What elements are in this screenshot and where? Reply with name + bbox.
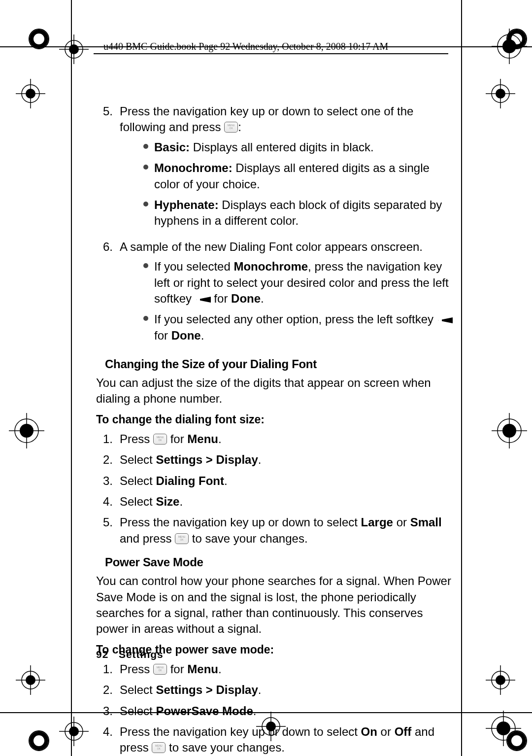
page-header: u440 BMC Guide.book Page 92 Wednesday, O… — [103, 41, 388, 52]
step-number: 5. — [96, 515, 113, 547]
bullet-text: . — [201, 329, 204, 342]
section-paragraph: You can adjust the size of the digits th… — [96, 375, 456, 407]
menu-ok-button-icon — [153, 664, 167, 675]
footer-section: Settings — [119, 649, 164, 660]
sec2-step-4: 4. Press the navigation key up or down t… — [96, 724, 456, 756]
bullet-text: . — [261, 292, 264, 305]
registration-mark-tl — [27, 27, 51, 51]
step-text: Select — [120, 495, 156, 508]
step-number: 5. — [96, 103, 113, 234]
step-text: : — [238, 120, 241, 134]
crop-mark-icon — [486, 665, 515, 695]
step-text: . — [258, 683, 262, 696]
section-heading-changing-size: Changing the Size of your Dialing Font — [105, 357, 456, 371]
step-text: Select — [120, 683, 156, 696]
menu-ok-button-icon — [175, 533, 189, 544]
step-text: Press the navigation key up or down to s… — [120, 104, 413, 134]
registration-mark-bl — [27, 729, 51, 753]
step-bold: Large — [361, 515, 393, 529]
bullet-label: Basic: — [154, 140, 190, 154]
bullet-if-monochrome: If you selected Monochrome, press the na… — [143, 259, 456, 307]
bullet-bold: Done — [231, 292, 261, 305]
right-rule — [461, 0, 462, 756]
bullet-bold: Monochrome — [233, 260, 308, 273]
step-number: 3. — [96, 703, 113, 719]
bullet-text: for — [154, 329, 171, 342]
step-5: 5. Press the navigation key up or down t… — [96, 103, 456, 234]
bullet-icon — [143, 316, 148, 321]
step-number: 1. — [96, 661, 113, 677]
bullet-icon — [143, 165, 148, 170]
step-text: . — [218, 662, 222, 676]
step-bold: Settings > Display — [156, 453, 258, 466]
step-text: . — [179, 495, 183, 508]
left-rule — [71, 0, 72, 756]
crop-mark-icon — [16, 79, 45, 108]
sec2-step-2: 2. Select Settings > Display. — [96, 682, 456, 698]
step-text: . — [258, 453, 262, 466]
bullet-text: for — [211, 292, 231, 305]
crop-mark-icon — [486, 711, 521, 746]
step-text: or — [377, 725, 395, 738]
step-text: . — [253, 704, 257, 718]
step-bold: Settings > Display — [156, 683, 258, 696]
step-text: Press — [120, 432, 153, 446]
step-text: Press the navigation key up or down to s… — [120, 515, 361, 529]
step-text: or — [393, 515, 410, 529]
step-bold: Size — [156, 495, 179, 508]
step-text: for — [167, 432, 187, 446]
bullet-icon — [143, 263, 148, 268]
step-text: to save your changes. — [189, 532, 307, 545]
crop-mark-icon — [486, 79, 515, 108]
step-text: . — [218, 432, 222, 446]
step-bold: Off — [395, 725, 412, 738]
step-number: 2. — [96, 682, 113, 698]
bullet-basic: Basic: Displays all entered digits in bl… — [143, 139, 456, 155]
crop-mark-icon — [9, 413, 44, 448]
step-bold: PowerSave Mode — [156, 704, 253, 718]
crop-mark-icon — [492, 29, 527, 64]
sec1-step-1: 1. Press for Menu. — [96, 431, 456, 447]
bullet-text: Displays all entered digits in black. — [190, 140, 374, 154]
section-paragraph: You can control how your phone searches … — [96, 573, 456, 637]
bullet-monochrome: Monochrome: Displays all entered digits … — [143, 160, 456, 192]
sec2-step-1: 1. Press for Menu. — [96, 661, 456, 677]
svg-point-5 — [32, 733, 46, 748]
bullet-hyphenate: Hyphenate: Displays each block of digits… — [143, 197, 456, 229]
step-text: to save your changes. — [166, 741, 284, 754]
menu-ok-button-icon — [224, 122, 238, 133]
bullet-bold: Done — [171, 329, 201, 342]
step-text: . — [224, 474, 228, 487]
step-number: 1. — [96, 431, 113, 447]
page-number: 92 — [96, 649, 108, 660]
bullet-label: Hyphenate: — [154, 198, 219, 211]
step-bold: Menu — [187, 432, 218, 446]
crop-mark-icon — [59, 34, 89, 64]
step-text: Select — [120, 453, 156, 466]
menu-ok-button-icon — [152, 742, 166, 753]
step-text: Select — [120, 474, 156, 487]
step-text: for — [167, 662, 187, 676]
step-text: A sample of the new Dialing Font color a… — [120, 240, 423, 253]
sec1-step-5: 5. Press the navigation key up or down t… — [96, 515, 456, 547]
left-softkey-icon — [437, 312, 453, 320]
subheading-dialing-font-size: To change the dialing font size: — [96, 413, 456, 426]
step-text: Press the navigation key up or down to s… — [120, 725, 361, 738]
step-number: 4. — [96, 494, 113, 510]
step-bold: On — [361, 725, 377, 738]
step-number: 3. — [96, 473, 113, 489]
step-number: 2. — [96, 452, 113, 468]
sec1-step-2: 2. Select Settings > Display. — [96, 452, 456, 468]
sec2-step-3: 3. Select PowerSave Mode. — [96, 703, 456, 719]
svg-point-1 — [32, 32, 46, 46]
step-6: 6. A sample of the new Dialing Font colo… — [96, 239, 456, 348]
bullet-label: Monochrome: — [154, 161, 233, 174]
sec1-step-4: 4. Select Size. — [96, 494, 456, 510]
step-text: Select — [120, 704, 156, 718]
step-bold: Dialing Font — [156, 474, 224, 487]
step-number: 6. — [96, 239, 113, 348]
bullet-icon — [143, 202, 148, 206]
step-text: Press — [120, 662, 153, 676]
step-bold: Small — [410, 515, 442, 529]
step-text: and press — [120, 532, 175, 545]
